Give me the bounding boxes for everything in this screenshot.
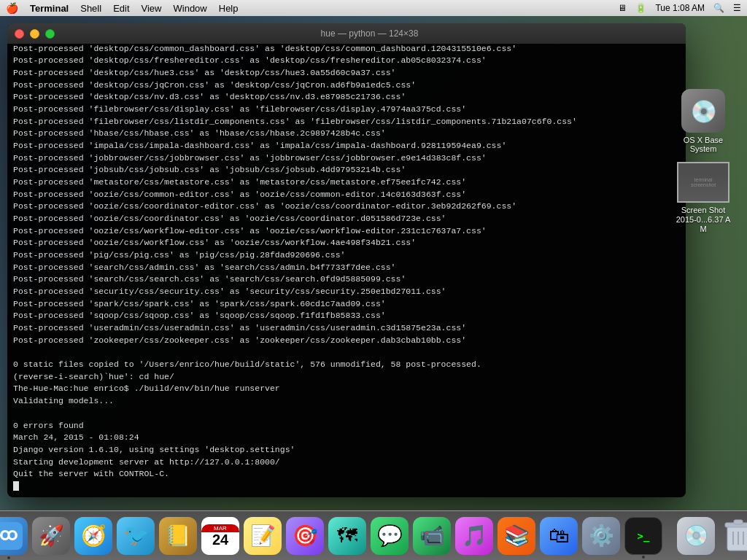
terminal-line: Post-processed 'desktop/css/fresheredito… [13,55,680,67]
terminal-line: Post-processed 'desktop/css/jqCron.css' … [13,79,680,92]
dock-running-indicator [7,556,10,559]
menu-shell[interactable]: Shell [80,3,101,14]
dock-app-safari[interactable]: 🧭 [74,517,112,555]
terminal-line: Post-processed 'filebrowser/css/display.… [13,104,680,116]
terminal-line: Post-processed 'search/css/search.css' a… [13,273,680,286]
menu-edit[interactable]: Edit [113,3,129,14]
terminal-line: 0 errors found [13,420,680,432]
terminal-line: Post-processed 'useradmin/css/useradmin.… [13,322,680,335]
terminal-line: Post-processed 'zookeeper/css/zookeeper.… [13,335,680,347]
menu-terminal[interactable]: Terminal [30,3,69,14]
desktop: hue — python — 124×38 Post-processed 'de… [0,16,747,510]
terminal-line: Post-processed 'desktop/css/hue3.css' as… [13,67,680,79]
menubar-right: 🖥 🔋 Tue 1:08 AM 🔍 ☰ [618,3,741,13]
terminal-line: Post-processed 'oozie/css/coordinator-ed… [13,201,680,213]
desktop-icon-osx[interactable]: 💿 OS X BaseSystem [674,89,732,153]
terminal-line: Post-processed 'pig/css/pig.css' as 'pig… [13,249,680,262]
menu-help[interactable]: Help [219,3,239,14]
terminal-line: March 24, 2015 - 01:08:24 [13,432,680,444]
terminal-line: Post-processed 'metastore/css/metastore.… [13,176,680,189]
window-minimize-button[interactable] [30,29,39,39]
terminal-line: Validating models... [13,395,680,408]
dock-app-notes[interactable]: 📝 [244,517,282,555]
terminal-line: Starting development server at http://12… [13,456,680,469]
terminal-line: Post-processed 'jobbrowser/css/jobbrowse… [13,152,680,165]
dock-app-trash[interactable] [719,517,747,555]
terminal-line: Django version 1.6.10, using settings 'd… [13,444,680,456]
terminal-line [13,408,680,420]
terminal-line: Post-processed 'search/css/admin.css' as… [13,262,680,274]
terminal-line: Post-processed 'spark/css/spark.css' as … [13,298,680,311]
terminal-line [13,346,680,359]
dock-app-finder[interactable] [0,517,28,555]
dock-app-calendar[interactable]: MAR 24 [201,517,239,555]
menubar-time: Tue 1:08 AM [655,3,705,13]
terminal-line: Post-processed 'hbase/css/hbase.css' as … [13,128,680,140]
dock-app-terminal[interactable]: >_ [624,517,662,555]
terminal-line: Post-processed 'oozie/css/common-editor.… [13,189,680,201]
dock-app-itunes[interactable]: 🎵 [455,517,493,555]
dock-app-messages[interactable]: 💬 [371,517,409,555]
terminal-line: Quit the server with CONTROL-C. [13,468,680,481]
svg-point-4 [10,532,15,538]
terminal-titlebar: hue — python — 124×38 [7,23,686,44]
dock-app-launchpad2[interactable]: 🎯 [286,517,324,555]
menubar: 🍎 Terminal Shell Edit View Window Help 🖥… [0,0,747,16]
menubar-display-icon: 🖥 [618,3,627,13]
window-close-button[interactable] [15,29,24,39]
terminal-line: 0 static files copied to '/Users/enrico/… [13,359,680,371]
osx-disk-icon: 💿 [681,89,725,133]
screenshot-label: Screen Shot2015-0...6.37 AM [674,206,732,235]
dock-app-twitterrific[interactable]: 🐦 [117,517,155,555]
apple-menu[interactable]: 🍎 [6,2,18,14]
terminal-line: Post-processed 'desktop/css/nv.d3.css' a… [13,91,680,104]
menu-view[interactable]: View [142,3,162,14]
terminal-line: Post-processed 'oozie/css/workflow.css' … [13,237,680,249]
dock-app-ibooks[interactable]: 📚 [498,517,535,555]
terminal-line: Post-processed 'impala/css/impala-dashbo… [13,140,680,152]
dock-running-indicator [642,556,645,559]
menubar-battery-icon: 🔋 [635,3,646,13]
terminal-cursor-line [13,481,680,493]
terminal-line: Post-processed 'security/css/security.cs… [13,286,680,298]
terminal-line: Post-processed 'sqoop/css/sqoop.css' as … [13,310,680,322]
dock-app-maps[interactable]: 🗺 [328,517,366,555]
terminal-title: hue — python — 124×38 [61,28,678,39]
terminal-line: (reverse-i-search)`hue': cd hue/ [13,371,680,384]
dock: 🚀🧭🐦📒 MAR 24 📝🎯🗺💬📹🎵📚🛍⚙️>_💿 [0,510,747,560]
terminal-line: The-Hue-Mac:hue enrico$ ./build/env/bin/… [13,383,680,395]
screenshot-thumbnail[interactable]: terminalscreenshot Screen Shot2015-0...6… [674,162,732,235]
terminal-line: Post-processed 'oozie/css/coordinator.cs… [13,213,680,225]
terminal-line: Post-processed 'desktop/css/common_dashb… [13,44,680,55]
window-maximize-button[interactable] [45,29,55,39]
svg-rect-7 [734,520,743,524]
dock-app-launchpad[interactable]: 🚀 [32,517,70,555]
svg-point-3 [3,532,8,538]
menubar-search-icon[interactable]: 🔍 [713,3,724,13]
dock-app-app-store[interactable]: 🛍 [540,517,578,555]
terminal-line: Post-processed 'oozie/css/workflow-edito… [13,225,680,238]
menu-window[interactable]: Window [174,3,207,14]
terminal-line: Post-processed 'filebrowser/css/listdir_… [13,116,680,128]
dock-app-system-preferences[interactable]: ⚙️ [582,517,620,555]
menubar-controlstrip-icon[interactable]: ☰ [733,3,741,13]
dock-app-optical-media[interactable]: 💿 [677,517,715,555]
terminal-body[interactable]: Post-processed 'desktop/css/bootstrap-sp… [7,44,686,497]
terminal-line: Post-processed 'jobsub/css/jobsub.css' a… [13,164,680,176]
dock-app-notefile[interactable]: 📒 [159,517,197,555]
screenshot-image: terminalscreenshot [677,162,729,203]
terminal-window: hue — python — 124×38 Post-processed 'de… [7,23,686,497]
osx-disk-label: OS X BaseSystem [674,136,732,153]
dock-app-facetime[interactable]: 📹 [413,517,451,555]
